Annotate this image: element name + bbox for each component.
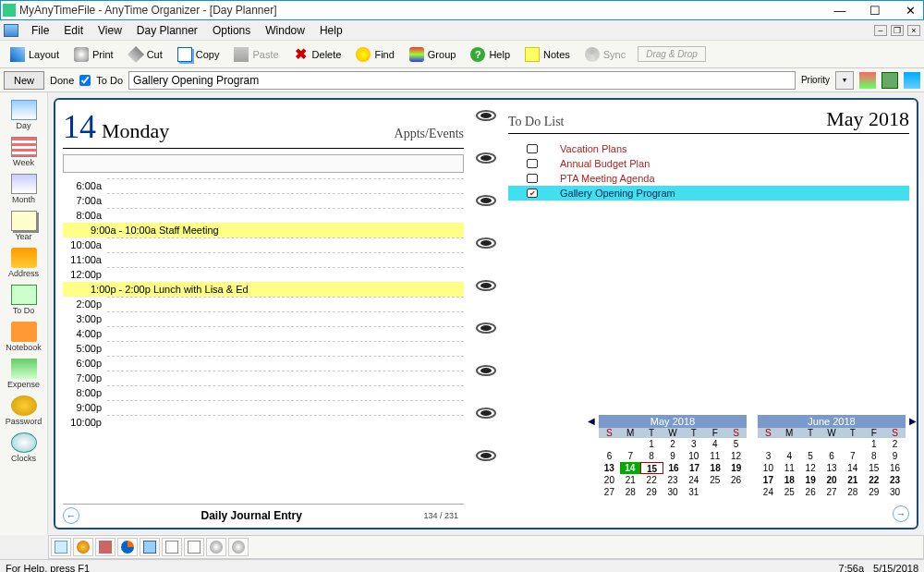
time-slot[interactable] (107, 237, 464, 252)
time-slot[interactable] (107, 178, 464, 193)
maximize-button[interactable]: ☐ (864, 2, 886, 18)
cal-day[interactable] (599, 438, 620, 450)
prev-day-button[interactable]: ← (63, 507, 79, 524)
cal-day[interactable]: 12 (800, 462, 821, 474)
cal-day[interactable] (800, 438, 821, 450)
mini-cal-june[interactable]: June 2018 ▶ SMTWTFS123456789101112131415… (758, 415, 906, 498)
cal-day[interactable]: 10 (758, 462, 779, 474)
cal-day[interactable]: 29 (641, 486, 663, 498)
cal-day[interactable]: 5 (800, 450, 821, 462)
todo-check[interactable] (527, 159, 538, 168)
cal-day[interactable]: 14 (620, 462, 641, 474)
mdi-close[interactable]: × (907, 25, 920, 36)
time-row[interactable]: 3:00p (63, 311, 464, 326)
todo-row[interactable]: Annual Budget Plan (508, 156, 909, 171)
cal-day[interactable]: 21 (620, 474, 641, 486)
mini-cal-may[interactable]: ◀ May 2018 SMTWTFS1234567891011121314151… (599, 415, 747, 498)
cal-day[interactable]: 15 (863, 462, 884, 474)
cal-day[interactable]: 30 (884, 486, 906, 498)
cal-day[interactable] (758, 438, 779, 450)
time-row[interactable]: 8:00a (63, 208, 464, 223)
nav-day[interactable]: Day (2, 96, 45, 133)
appt-entry-field[interactable] (63, 154, 464, 173)
cal-day[interactable]: 7 (620, 450, 641, 462)
cal-day[interactable]: 26 (800, 486, 821, 498)
group-button[interactable]: Group (403, 43, 463, 66)
bt-3[interactable] (95, 538, 116, 556)
journal-label[interactable]: Daily Journal Entry (79, 509, 423, 522)
menu-file[interactable]: File (24, 22, 56, 39)
cal-day[interactable]: 1 (863, 438, 884, 450)
cal-day[interactable]: 8 (641, 450, 663, 462)
cal-day[interactable] (821, 438, 843, 450)
cal-day[interactable]: 1 (641, 438, 663, 450)
time-slot[interactable] (107, 415, 464, 430)
notes-button[interactable]: Notes (518, 43, 577, 66)
time-row[interactable]: 10:00p (63, 415, 464, 430)
cal-day[interactable]: 28 (620, 486, 641, 498)
time-slot[interactable] (107, 400, 464, 415)
todo-row[interactable]: Vacation Plans (508, 141, 909, 156)
cal-day[interactable]: 22 (863, 474, 884, 486)
bt-9[interactable] (228, 538, 249, 556)
cal-day[interactable]: 19 (725, 462, 747, 474)
bt-8[interactable] (206, 538, 226, 556)
cal-day[interactable]: 12 (725, 450, 747, 462)
menu-help[interactable]: Help (312, 22, 350, 39)
cal-day[interactable] (779, 438, 800, 450)
time-row[interactable]: 4:00p (63, 326, 464, 341)
sync-button[interactable]: Sync (578, 43, 632, 66)
todo-checkbox[interactable] (79, 75, 91, 86)
nav-month[interactable]: Month (2, 170, 45, 207)
time-row[interactable]: 11:00a (63, 252, 464, 267)
appt-lunch[interactable]: 1:00p - 2:00p Lunch with Lisa & Ed (63, 282, 464, 297)
menu-dayplanner[interactable]: Day Planner (129, 22, 205, 39)
cal-day[interactable]: 20 (599, 474, 620, 486)
cal-day[interactable] (842, 438, 863, 450)
layout-button[interactable]: Layout (4, 43, 66, 66)
app-menu-icon[interactable] (4, 24, 18, 37)
cal-day[interactable]: 6 (599, 450, 620, 462)
cal-day[interactable]: 28 (842, 486, 863, 498)
cal-day[interactable]: 18 (705, 462, 726, 474)
time-row[interactable]: 7:00a (63, 193, 464, 208)
cal-day[interactable]: 24 (758, 486, 779, 498)
time-row[interactable]: 6:00p (63, 356, 464, 371)
delete-button[interactable]: ✖Delete (287, 43, 348, 66)
cal-day[interactable]: 16 (663, 462, 685, 474)
close-button[interactable]: ✕ (899, 2, 921, 18)
new-button[interactable]: New (4, 71, 44, 90)
cal-day[interactable]: 25 (704, 474, 725, 486)
cal-day[interactable]: 23 (884, 474, 906, 486)
cal-day[interactable] (704, 486, 725, 498)
cal-day[interactable]: 31 (683, 486, 704, 498)
cal-day[interactable]: 23 (663, 474, 684, 486)
cal-day[interactable]: 27 (821, 486, 843, 498)
bt-7[interactable] (184, 538, 204, 556)
todo-check[interactable] (527, 144, 538, 153)
cal-day[interactable]: 18 (779, 474, 800, 486)
cal-day[interactable]: 9 (663, 450, 684, 462)
cal-day[interactable]: 22 (641, 474, 663, 486)
cal-day[interactable]: 17 (758, 474, 779, 486)
cal-day[interactable]: 14 (842, 462, 863, 474)
cal-day[interactable]: 30 (663, 486, 684, 498)
time-slot[interactable] (107, 297, 464, 311)
print-button[interactable]: Print (67, 43, 120, 66)
cal-day[interactable]: 9 (884, 450, 906, 462)
cal-day[interactable] (725, 486, 747, 498)
nav-expense[interactable]: Expense (2, 355, 45, 392)
minimize-button[interactable]: — (829, 2, 851, 18)
time-slot[interactable] (107, 208, 464, 223)
time-row[interactable]: 5:00p (63, 341, 464, 356)
nav-week[interactable]: Week (2, 133, 45, 170)
time-row[interactable]: 7:00p (63, 371, 464, 385)
cal-day[interactable]: 29 (863, 486, 884, 498)
bt-1[interactable] (51, 538, 71, 556)
time-slot[interactable] (107, 371, 464, 385)
cal-prev-button[interactable]: ◀ (588, 416, 595, 426)
cal-day[interactable]: 7 (842, 450, 863, 462)
cal-day[interactable]: 4 (704, 438, 725, 450)
nav-address[interactable]: Address (2, 244, 45, 281)
mdi-minimize[interactable]: – (874, 25, 887, 36)
